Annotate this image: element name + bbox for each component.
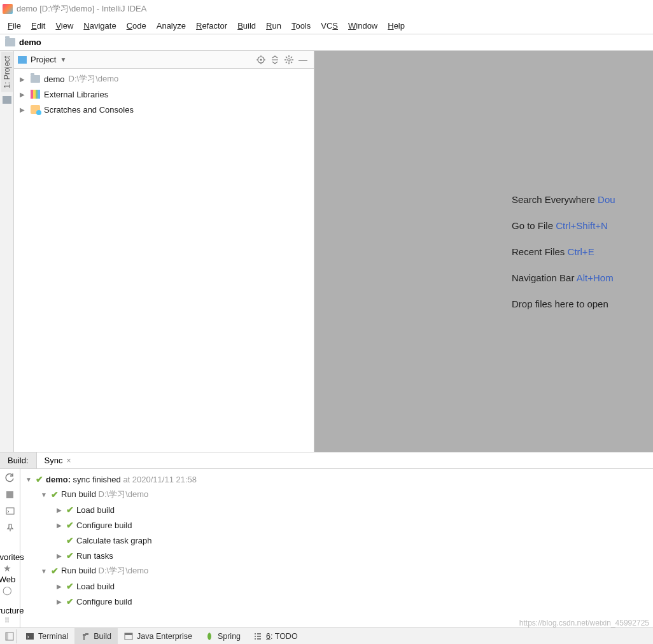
caret-right-icon[interactable]: ▶ (55, 507, 64, 514)
svg-point-1 (260, 59, 262, 60)
refresh-icon[interactable] (4, 472, 17, 484)
pin-icon[interactable] (4, 521, 17, 534)
globe-icon: ◯ (3, 585, 12, 595)
build-row-text: Load build (76, 505, 115, 515)
build-tab-label: Build: (8, 456, 29, 465)
menu-tools[interactable]: Tools (286, 19, 316, 32)
svg-line-14 (291, 57, 292, 58)
folder-icon (5, 38, 15, 46)
build-row[interactable]: ✔Calculate task graph (20, 533, 653, 548)
tree-item[interactable]: ▶demoD:\学习\demo (14, 71, 314, 87)
editor-hint: Search Everywhere Dou (512, 194, 653, 205)
breadcrumb[interactable]: demo (0, 34, 653, 51)
statusbar-corner-icon[interactable] (3, 629, 17, 643)
locate-icon[interactable] (254, 53, 268, 67)
caret-right-icon[interactable]: ▶ (18, 91, 27, 98)
build-panel: Build:Sync× ▼✔demo: sync finished at 202… (0, 452, 653, 643)
status-item-terminal[interactable]: Terminal (19, 628, 74, 644)
tree-item[interactable]: ▶External Libraries (14, 87, 314, 102)
caret-right-icon[interactable]: ▶ (55, 598, 64, 605)
check-icon: ✔ (51, 566, 59, 576)
menu-file[interactable]: File (3, 19, 26, 32)
expand-all-icon[interactable] (268, 53, 282, 67)
menu-window[interactable]: Window (343, 19, 383, 32)
svg-line-13 (291, 62, 292, 63)
tool-tab-structure[interactable]: 7: Structure (0, 596, 24, 615)
chevron-down-icon[interactable]: ▼ (60, 56, 66, 63)
status-item-spring[interactable]: Spring (199, 628, 247, 644)
tool-tab-project[interactable]: 1: Project (1, 52, 13, 92)
build-row-text: Run build D:\学习\demo (61, 565, 148, 577)
build-row-text: Run build D:\学习\demo (61, 489, 148, 500)
hammer-icon (81, 632, 90, 641)
status-item-label: Build (94, 632, 111, 641)
breadcrumb-project: demo (19, 38, 41, 47)
tree-item[interactable]: ▶Scratches and Consoles (14, 102, 314, 117)
build-row[interactable]: ▶✔Configure build (20, 517, 653, 533)
menu-vcs[interactable]: VCS (316, 19, 343, 32)
project-panel-header: Project ▼ — (14, 51, 314, 69)
caret-right-icon[interactable]: ▶ (55, 522, 64, 529)
left-gutter: 1: Project (0, 51, 14, 452)
lib-icon (31, 90, 40, 99)
build-row[interactable]: ▼✔demo: sync finished at 2020/11/11 21:5… (20, 472, 653, 487)
hide-icon[interactable]: — (296, 53, 310, 67)
close-icon[interactable]: × (66, 456, 71, 465)
svg-rect-19 (6, 633, 8, 640)
caret-right-icon[interactable]: ▶ (18, 106, 27, 113)
svg-line-12 (286, 57, 287, 58)
svg-point-7 (288, 59, 290, 61)
build-tab[interactable]: Sync× (37, 452, 79, 468)
build-row[interactable]: ▶✔Load build (20, 578, 653, 594)
tree-item-label: External Libraries (44, 90, 108, 99)
menu-navigate[interactable]: Navigate (78, 19, 121, 32)
caret-right-icon[interactable]: ▶ (55, 552, 64, 559)
caret-down-icon[interactable]: ▼ (24, 476, 33, 483)
build-tab[interactable]: Build: (0, 452, 37, 468)
check-icon: ✔ (66, 520, 74, 530)
build-row[interactable]: ▼✔Run build D:\学习\demo (20, 487, 653, 502)
caret-down-icon[interactable]: ▼ (39, 568, 48, 575)
menu-view[interactable]: View (50, 19, 78, 32)
check-icon: ✔ (66, 535, 74, 545)
caret-right-icon[interactable]: ▶ (18, 76, 27, 83)
tool-tab-favorites[interactable]: 2: Favorites (0, 543, 24, 562)
build-row[interactable]: ▼✔Run build D:\学习\demo (20, 563, 653, 578)
tool-tab-web[interactable]: Web (0, 575, 15, 584)
je-icon (124, 632, 133, 641)
check-icon: ✔ (66, 505, 74, 515)
project-tree: ▶demoD:\学习\demo▶External Libraries▶Scrat… (14, 69, 314, 120)
editor-hint: Navigation Bar Alt+Hom (512, 272, 653, 283)
menu-analyze[interactable]: Analyze (151, 19, 191, 32)
gear-icon[interactable] (282, 53, 296, 67)
build-row[interactable]: ▶✔Configure build (20, 594, 653, 609)
menu-help[interactable]: Help (383, 19, 410, 32)
folder-icon (3, 96, 11, 104)
build-tabs: Build:Sync× (0, 452, 653, 469)
status-item-6-todo[interactable]: 6: TODO (247, 628, 304, 644)
status-item-java-enterprise[interactable]: Java Enterprise (118, 628, 199, 644)
check-icon: ✔ (66, 596, 74, 606)
build-row[interactable]: ▶✔Run tasks (20, 548, 653, 563)
caret-down-icon[interactable]: ▼ (39, 491, 48, 498)
svg-rect-16 (6, 491, 13, 498)
project-panel-title[interactable]: Project (31, 55, 56, 64)
stop-icon[interactable] (4, 488, 17, 501)
menu-refactor[interactable]: Refactor (191, 19, 232, 32)
console-icon[interactable] (4, 505, 17, 517)
svg-rect-17 (6, 508, 14, 514)
status-item-build[interactable]: Build (74, 628, 118, 644)
build-row[interactable]: ▶✔Load build (20, 502, 653, 517)
menu-edit[interactable]: Edit (26, 19, 50, 32)
build-row-text: Load build (76, 582, 115, 591)
build-row-text: Calculate task graph (76, 536, 152, 545)
todo-icon (253, 632, 262, 641)
menu-code[interactable]: Code (122, 19, 151, 32)
menu-build[interactable]: Build (232, 19, 261, 32)
menu-run[interactable]: Run (261, 19, 286, 32)
svg-line-15 (286, 62, 287, 63)
menubar: FileEditViewNavigateCodeAnalyzeRefactorB… (0, 18, 653, 34)
caret-right-icon[interactable]: ▶ (55, 583, 64, 590)
svg-rect-21 (85, 633, 88, 635)
check-icon: ✔ (66, 550, 74, 561)
